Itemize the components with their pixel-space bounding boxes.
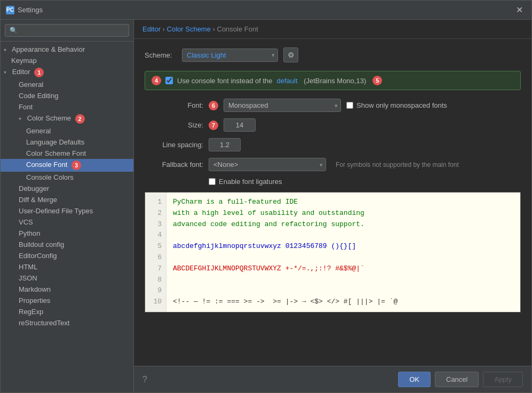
sidebar-item-console-font[interactable]: Console Font 3 [1, 159, 133, 172]
sidebar-item-label: JSON [19, 274, 37, 282]
code-line-8: <!-- — != := === >= -> >= |-> → <$> </> … [173, 298, 398, 306]
code-line-1: PyCharm is a full-featured IDE with a hi… [173, 198, 364, 228]
fallback-select-wrapper: <None> [209, 158, 326, 171]
sidebar-item-label: Color Scheme [27, 114, 71, 122]
window-title: Settings [18, 6, 513, 14]
sidebar-tree: ▾ Appearance & Behavior Keymap ▾ Editor … [1, 42, 133, 392]
sidebar-item-keymap[interactable]: Keymap [1, 55, 133, 66]
default-font-link[interactable]: default [277, 77, 298, 85]
line-num: 6 [149, 252, 162, 263]
fallback-hint: For symbols not supported by the main fo… [336, 161, 459, 169]
sidebar-item-font[interactable]: Font [1, 101, 133, 113]
search-box [1, 20, 133, 42]
sidebar-item-label: Code Editing [19, 92, 58, 100]
expand-arrow: ▾ [19, 116, 25, 122]
scheme-label: Scheme: [145, 51, 177, 59]
size-label: Size: [145, 121, 203, 129]
sidebar-item-label: User-Defined File Types [19, 207, 93, 215]
close-button[interactable]: ✕ [513, 4, 526, 16]
sidebar-item-label: Keymap [11, 57, 37, 65]
sidebar-item-diff-merge[interactable]: Diff & Merge [1, 194, 133, 205]
sidebar-item-label: Diff & Merge [19, 196, 57, 204]
console-font-note: 4 Use console font instead of the defaul… [145, 71, 521, 90]
font-select-wrapper: Monospaced JetBrains Mono Consolas Couri… [224, 99, 341, 112]
size-input[interactable] [224, 118, 256, 132]
sidebar-item-label: Buildout config [19, 240, 64, 248]
sidebar-item-regexp[interactable]: RegExp [1, 306, 133, 317]
sidebar-item-markdown[interactable]: Markdown [1, 284, 133, 295]
use-console-font-checkbox[interactable] [165, 77, 173, 84]
sidebar-item-restructuredtext[interactable]: reStructuredText [1, 317, 133, 328]
sidebar-item-label: General [26, 127, 51, 135]
show-monospaced-label[interactable]: Show only monospaced fonts [346, 101, 447, 109]
ligatures-label[interactable]: Enable font ligatures [209, 178, 282, 186]
search-input[interactable] [5, 24, 129, 37]
scheme-select-wrapper: Classic Light Darcula High contrast Inte… [182, 49, 278, 62]
sidebar-item-user-defined-file-types[interactable]: User-Defined File Types [1, 205, 133, 216]
line-num: 8 [149, 275, 162, 286]
sidebar-item-console-colors[interactable]: Console Colors [1, 172, 133, 183]
sidebar-item-label: Editor [12, 68, 30, 76]
sidebar-item-color-scheme-font[interactable]: Color Scheme Font [1, 148, 133, 159]
breadcrumb-color-scheme[interactable]: Color Scheme [167, 25, 211, 33]
size-row: Size: 7 [145, 118, 521, 132]
sidebar-item-general[interactable]: General [1, 79, 133, 90]
main-panel: Editor › Color Scheme › Console Font Sch… [134, 20, 531, 392]
sidebar-item-editorconfig[interactable]: EditorConfig [1, 250, 133, 261]
help-button[interactable]: ? [142, 375, 147, 384]
scheme-gear-button[interactable]: ⚙ [283, 47, 298, 62]
sidebar-item-color-scheme-general[interactable]: General [1, 125, 133, 137]
font-select[interactable]: Monospaced JetBrains Mono Consolas Couri… [224, 99, 341, 112]
sidebar-item-properties[interactable]: Properties [1, 295, 133, 306]
sidebar-item-label: reStructuredText [19, 319, 69, 327]
code-line-5: abcdefghijklmnopqrstuvwxyz 0123456789 ()… [173, 242, 356, 250]
expand-arrow: ▾ [4, 69, 10, 75]
line-spacing-row: Line spacing: [145, 138, 521, 151]
sidebar-item-python[interactable]: Python [1, 228, 133, 239]
sidebar-item-color-scheme[interactable]: ▾ Color Scheme 2 [1, 113, 133, 125]
sidebar-item-label: Markdown [19, 285, 51, 293]
sidebar-item-label: Python [19, 229, 40, 237]
size-badge-7: 7 [209, 121, 218, 130]
note-badge-4: 4 [152, 76, 161, 85]
sidebar-item-html[interactable]: HTML [1, 261, 133, 272]
line-num: 3 [149, 219, 162, 230]
line-num: 9 [149, 285, 162, 296]
line-num: 4 [149, 230, 162, 241]
show-monospaced-text: Show only monospaced fonts [356, 101, 447, 109]
sidebar-item-code-editing[interactable]: Code Editing [1, 90, 133, 101]
sidebar-item-json[interactable]: JSON [1, 272, 133, 284]
line-num: 1 [149, 197, 162, 208]
sidebar-item-label: Appearance & Behavior [12, 45, 85, 53]
sidebar-item-label: HTML [19, 263, 37, 271]
sidebar-item-label: Console Colors [26, 173, 74, 181]
sidebar-item-label: Font [19, 103, 33, 111]
sidebar-item-label: Properties [19, 296, 50, 304]
cancel-button[interactable]: Cancel [435, 372, 479, 387]
line-num: 7 [149, 263, 162, 275]
ligatures-checkbox[interactable] [209, 178, 216, 185]
ok-button[interactable]: OK [398, 372, 431, 387]
sidebar-item-vcs[interactable]: VCS [1, 216, 133, 228]
editor-badge: 1 [34, 68, 44, 77]
sidebar-item-editor[interactable]: ▾ Editor 1 [1, 66, 133, 79]
ligatures-text: Enable font ligatures [219, 178, 282, 186]
code-line-6: ABCDEFGHIJKLMNOPQRSTUVWXYZ +-*/=.,;:!? #… [173, 264, 364, 272]
apply-button[interactable]: Apply [483, 372, 523, 387]
scheme-select[interactable]: Classic Light Darcula High contrast Inte… [182, 49, 278, 62]
code-preview-area: 1 2 3 4 5 6 7 8 9 10 PyCharm is a full-f… [145, 192, 521, 312]
show-monospaced-checkbox[interactable] [346, 102, 353, 109]
sidebar-item-appearance-behavior[interactable]: ▾ Appearance & Behavior [1, 44, 133, 55]
sidebar-item-buildout-config[interactable]: Buildout config [1, 239, 133, 250]
line-num: 5 [149, 241, 162, 252]
sidebar-item-debugger[interactable]: Debugger [1, 183, 133, 194]
sidebar-item-label: Language Defaults [26, 138, 84, 146]
fallback-font-select[interactable]: <None> [209, 158, 326, 171]
breadcrumb-current: Console Font [217, 25, 258, 33]
sidebar-item-language-defaults[interactable]: Language Defaults [1, 137, 133, 148]
line-spacing-input[interactable] [209, 138, 241, 151]
font-row: Font: 6 Monospaced JetBrains Mono Consol… [145, 99, 521, 112]
console-font-badge: 3 [72, 161, 81, 170]
breadcrumb-sep1: › [163, 25, 167, 33]
breadcrumb-editor[interactable]: Editor [142, 25, 161, 33]
